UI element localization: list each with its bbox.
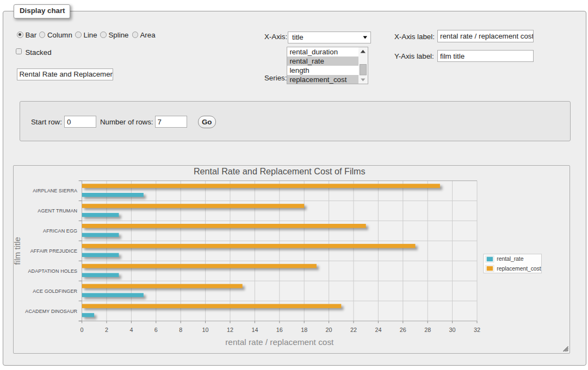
svg-text:film title: film title [14,237,22,265]
svg-text:AGENT TRUMAN: AGENT TRUMAN [38,208,78,214]
svg-text:4: 4 [130,327,133,333]
svg-text:10: 10 [202,327,209,333]
svg-text:ADAPTATION HOLES: ADAPTATION HOLES [28,268,78,274]
svg-text:rental rate / replacement cost: rental rate / replacement cost [226,337,335,347]
svg-text:6: 6 [154,327,158,333]
svg-text:14: 14 [252,327,258,333]
svg-text:0: 0 [81,327,84,333]
svg-text:2: 2 [105,327,108,333]
svg-text:replacement_cost: replacement_cost [497,266,541,272]
svg-text:18: 18 [301,327,308,333]
svg-text:AFRICAN EGG: AFRICAN EGG [44,228,78,234]
svg-text:Rental Rate and Replacement Co: Rental Rate and Replacement Cost of Film… [194,166,366,176]
svg-text:32: 32 [474,327,480,333]
svg-text:16: 16 [276,327,283,333]
svg-text:30: 30 [449,327,456,333]
svg-text:26: 26 [400,327,406,333]
svg-text:8: 8 [180,327,183,333]
svg-text:AIRPLANE SIERRA: AIRPLANE SIERRA [33,188,78,193]
svg-text:rental_rate: rental_rate [497,256,524,262]
svg-text:AFFAIR PREJUDICE: AFFAIR PREJUDICE [30,248,77,254]
svg-text:ACADEMY DINOSAUR: ACADEMY DINOSAUR [26,309,78,314]
svg-text:28: 28 [425,327,431,333]
svg-text:ACE GOLDFINGER: ACE GOLDFINGER [33,289,78,294]
svg-text:20: 20 [326,327,332,333]
svg-text:12: 12 [227,327,233,333]
svg-text:24: 24 [375,327,382,333]
svg-text:22: 22 [350,327,357,333]
